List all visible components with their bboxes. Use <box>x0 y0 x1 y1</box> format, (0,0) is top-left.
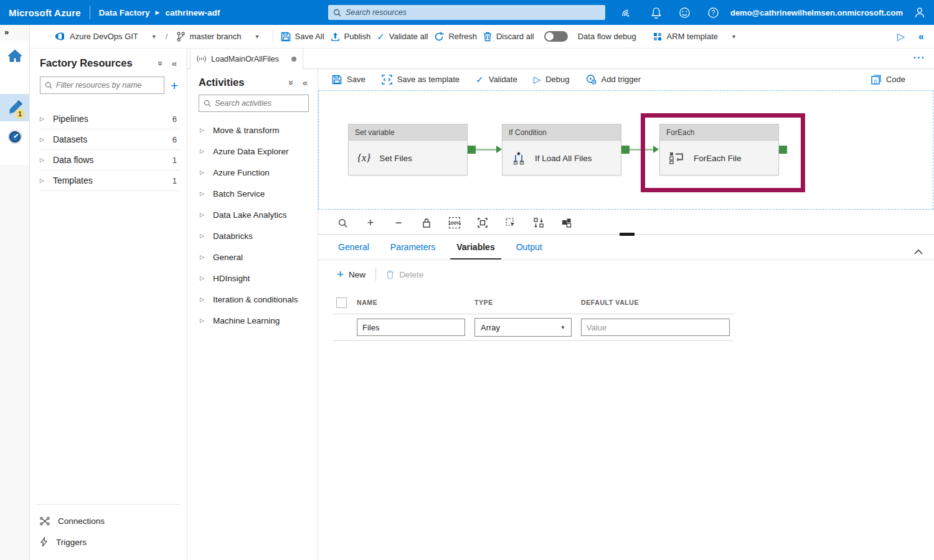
save-button[interactable]: Save <box>332 75 366 85</box>
code-button[interactable]: {} Code <box>871 75 918 85</box>
publish-button[interactable]: Publish <box>331 32 371 42</box>
variable-name-input[interactable] <box>357 319 465 336</box>
tab-overflow-ellipsis[interactable]: ... <box>913 50 925 61</box>
feedback-signal-icon[interactable] <box>613 0 642 25</box>
notifications-bell-icon[interactable] <box>642 0 671 25</box>
tree-section-templates[interactable]: ▷ Templates 1 <box>40 170 179 191</box>
tab-parameters[interactable]: Parameters <box>384 242 441 259</box>
chevron-right-icon: ▷ <box>200 233 204 239</box>
git-separator: / <box>166 32 168 41</box>
search-activities-box[interactable] <box>199 95 309 112</box>
tab-variables[interactable]: Variables <box>450 242 501 259</box>
activity-if-condition[interactable]: If Condition If Load All Files <box>502 124 621 175</box>
category-iteration-conditionals[interactable]: ▷Iteration & conditionals <box>187 289 318 310</box>
validate-all-button[interactable]: ✓ Validate all <box>377 31 428 42</box>
output-port[interactable] <box>468 146 476 154</box>
filter-resources-box[interactable] <box>40 77 164 94</box>
tab-loadmainorallfiles[interactable]: LoadMainOrAllFiles <box>190 49 303 69</box>
collapse-panel-icon[interactable]: « <box>303 77 308 88</box>
search-input[interactable] <box>346 8 600 17</box>
save-as-template-button[interactable]: Save as template <box>382 75 460 85</box>
delete-variable-button[interactable]: Delete <box>386 270 423 279</box>
pipeline-canvas[interactable]: Set variable {x} Set Files If Condition … <box>318 90 933 210</box>
add-resource-button[interactable]: + <box>171 79 178 92</box>
canvas-search-icon[interactable] <box>337 217 348 228</box>
expand-nav-icon[interactable]: » <box>4 27 9 37</box>
category-machine-learning[interactable]: ▷Machine Learning <box>187 310 318 331</box>
discard-all-button[interactable]: Discard all <box>483 32 534 42</box>
chevron-right-icon: ▷ <box>200 190 204 197</box>
tree-section-datasets[interactable]: ▷ Datasets 6 <box>40 129 179 150</box>
fit-to-screen-icon[interactable] <box>477 217 488 228</box>
minimap-icon[interactable] <box>561 217 572 228</box>
factory-resources-title: Factory Resources <box>40 57 158 69</box>
activity-foreach[interactable]: ForEach ForEach File <box>659 124 779 175</box>
variable-default-input[interactable] <box>581 319 730 336</box>
set-variable-icon: {x} <box>357 152 370 164</box>
add-trigger-button[interactable]: Add trigger <box>586 74 641 85</box>
new-variable-button[interactable]: + New <box>337 268 366 281</box>
filter-resources-input[interactable] <box>56 81 159 90</box>
feedback-smiley-icon[interactable] <box>671 0 699 25</box>
breadcrumb-factory[interactable]: cathrinew-adf <box>166 8 220 17</box>
tree-section-dataflows[interactable]: ▷ Data flows 1 <box>40 150 179 170</box>
tree-section-pipelines[interactable]: ▷ Pipelines 6 <box>40 109 179 129</box>
refresh-button[interactable]: Refresh <box>434 32 477 42</box>
arm-template-menu[interactable]: ARM template ▾ <box>653 32 735 42</box>
activity-set-variable[interactable]: Set variable {x} Set Files <box>348 124 468 175</box>
zoom-reset-button[interactable]: 100% <box>449 217 460 228</box>
multi-select-icon[interactable] <box>505 217 516 228</box>
help-icon[interactable]: ? <box>699 0 728 25</box>
sidebar-item-author[interactable]: 1 <box>0 94 29 121</box>
category-data-lake-analytics[interactable]: ▷Data Lake Analytics <box>187 204 318 225</box>
tab-general[interactable]: General <box>332 242 375 259</box>
sidebar-item-home[interactable] <box>0 42 29 70</box>
git-branch-selector[interactable]: master branch ▾ <box>176 32 258 42</box>
collapse-toolbar-icon[interactable]: « <box>918 31 924 42</box>
category-databricks[interactable]: ▷Databricks <box>187 225 318 246</box>
collapse-panel-chevron-icon[interactable] <box>914 249 923 259</box>
if-condition-icon <box>511 151 526 165</box>
sidebar-item-monitor[interactable] <box>0 123 29 151</box>
tab-output[interactable]: Output <box>510 242 549 259</box>
category-batch-service[interactable]: ▷Batch Service <box>187 183 318 204</box>
save-all-button[interactable]: Save All <box>281 32 324 42</box>
debug-button[interactable]: ▷ Debug <box>534 74 570 85</box>
category-azure-data-explorer[interactable]: ▷Azure Data Explorer <box>187 141 318 162</box>
select-all-checkbox[interactable] <box>336 297 347 308</box>
chevron-right-icon: ▷ <box>40 116 44 122</box>
variable-type-select[interactable]: Array ▼ <box>474 318 572 337</box>
output-port[interactable] <box>621 146 630 154</box>
toggle-off-icon[interactable] <box>544 31 568 42</box>
play-icon[interactable]: ▷ <box>897 30 905 42</box>
expand-all-icon[interactable]: » <box>286 80 296 85</box>
panel-splitter[interactable] <box>318 234 934 235</box>
zoom-out-icon[interactable]: − <box>393 217 404 228</box>
search-activities-input[interactable] <box>215 99 304 108</box>
lightning-icon <box>40 537 48 547</box>
output-port[interactable] <box>779 146 787 154</box>
category-hdinsight[interactable]: ▷HDInsight <box>187 268 318 289</box>
lock-icon[interactable] <box>421 217 432 228</box>
connector-line <box>630 149 654 151</box>
category-general[interactable]: ▷General <box>187 246 318 268</box>
auto-align-icon[interactable] <box>533 217 544 228</box>
category-move-transform[interactable]: ▷Move & transform <box>187 119 318 141</box>
chevron-right-icon: ▷ <box>40 136 44 142</box>
git-repo-selector[interactable]: Azure DevOps GIT ▾ <box>55 31 156 42</box>
category-azure-function[interactable]: ▷Azure Function <box>187 162 318 183</box>
collapse-panel-icon[interactable]: « <box>172 58 177 68</box>
git-toolbar: Azure DevOps GIT ▾ / master branch ▾ Sav… <box>30 25 934 49</box>
dataflow-debug-toggle[interactable]: Data flow debug <box>544 31 636 42</box>
splitter-drag-handle[interactable] <box>620 233 634 236</box>
zoom-in-icon[interactable]: + <box>365 217 376 228</box>
breadcrumb-app[interactable]: Data Factory <box>99 8 150 17</box>
global-search-box[interactable] <box>328 5 605 20</box>
connections-button[interactable]: Connections <box>30 511 187 531</box>
expand-all-icon[interactable]: » <box>156 61 166 66</box>
account-person-icon[interactable] <box>905 0 934 25</box>
triggers-button[interactable]: Triggers <box>30 531 187 553</box>
validate-button[interactable]: ✓ Validate <box>476 74 517 85</box>
left-nav-rail: » 1 <box>0 25 30 560</box>
account-email[interactable]: demo@cathrinewilhelmsen.onmicrosoft.com <box>730 8 903 17</box>
